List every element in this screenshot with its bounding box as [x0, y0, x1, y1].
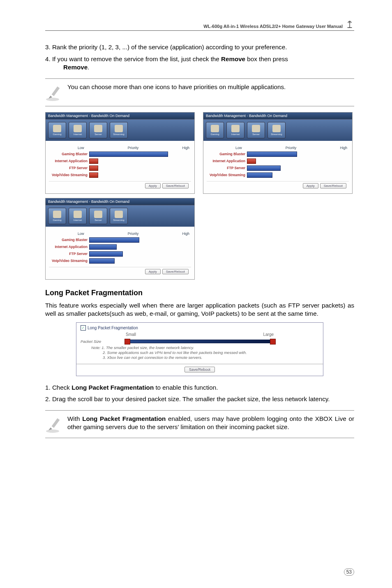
svg-point-2: [46, 98, 59, 101]
frag-note-2: 2. Some applications such as VPN tend to…: [91, 350, 319, 355]
packet-size-slider[interactable]: [126, 340, 274, 343]
strip-icon-game[interactable]: Gaming: [48, 122, 66, 138]
step4-e: .: [88, 64, 89, 71]
strip-icon-app[interactable]: Internet: [69, 122, 87, 138]
svg-point-5: [46, 430, 59, 433]
header-title: WL-600g All-in-1 Wireless ADSL2/2+ Home …: [203, 24, 343, 29]
icon-strip-2: Gaming Internet Server Streaming: [203, 119, 352, 141]
strip-icon-game[interactable]: Gaming: [206, 122, 224, 138]
bar-gaming[interactable]: [89, 237, 139, 243]
row-voip: VoIp/Video Streaming: [207, 173, 247, 177]
bar-app[interactable]: [89, 244, 117, 250]
page-number: 53: [344, 568, 354, 576]
note-box-2: With Long Packet Fragmentation enabled, …: [45, 410, 354, 438]
row-ftp: FTP Server: [207, 166, 247, 170]
prio-label: Priority: [128, 232, 138, 236]
strip-icon-voip[interactable]: Streaming: [267, 122, 286, 138]
frag-config-panel: ✓ Long Packet Fragmentation Small Large …: [76, 322, 323, 376]
strip-icon-ftp[interactable]: Server: [89, 208, 107, 224]
step4-c: box then press: [245, 55, 288, 62]
strip-icon-game[interactable]: Gaming: [48, 208, 66, 224]
step4-b: Remove: [221, 55, 245, 62]
bar-voip[interactable]: [89, 172, 98, 178]
packet-size-label: Packet Size: [81, 339, 126, 344]
row-voip: VoIp/Video Streaming: [49, 259, 89, 263]
config-panel-2: Bandwidth Management - Bandwidth On Dema…: [203, 112, 353, 194]
config-header-1: Bandwidth Management - Bandwidth On Dema…: [46, 113, 194, 119]
bar-app[interactable]: [89, 158, 98, 164]
high-label: High: [182, 232, 189, 236]
large-label: Large: [263, 332, 274, 337]
s1-b: Long Packet Fragmentation: [71, 384, 154, 391]
slider-thumb-right[interactable]: [270, 339, 276, 345]
save-reboot-button[interactable]: Save/Reboot: [184, 367, 215, 372]
config-panel-3: Bandwidth Management - Bandwidth On Dema…: [45, 198, 195, 280]
note-box-1: You can choose more than one icons to ha…: [45, 78, 354, 106]
s1-a: 1. Check: [45, 384, 71, 391]
row-app: Internet Application: [207, 159, 247, 163]
note1-text: You can choose more than one icons to ha…: [67, 83, 286, 92]
pencil-note-icon: [45, 416, 63, 434]
bar-gaming[interactable]: [89, 152, 168, 157]
low-label: Low: [78, 146, 84, 150]
bar-ftp[interactable]: [89, 251, 123, 257]
bar-ftp[interactable]: [89, 165, 98, 171]
row-gaming: Gaming Blaster: [49, 152, 89, 156]
svg-rect-6: [52, 418, 60, 428]
note2-text: With Long Packet Fragmentation enabled, …: [67, 415, 354, 432]
config-header-3: Bandwidth Management - Bandwidth On Dema…: [46, 198, 194, 205]
prio-label: Priority: [286, 146, 296, 150]
frag-para: This feature works especially well when …: [45, 301, 354, 318]
config-panel-1: Bandwidth Management - Bandwidth On Dema…: [45, 112, 195, 194]
high-label: High: [182, 146, 189, 150]
s1-c: to enable this function.: [154, 384, 218, 391]
icon-strip-3: Gaming Internet Server Streaming: [46, 205, 194, 227]
row-gaming: Gaming Blaster: [49, 238, 89, 242]
strip-icon-app[interactable]: Internet: [69, 208, 87, 224]
prio-label: Priority: [128, 146, 138, 150]
row-voip: VoIp/Video Streaming: [49, 173, 89, 177]
svg-rect-3: [52, 86, 60, 96]
low-label: Low: [78, 232, 84, 236]
save-button[interactable]: Save/Reboot: [162, 183, 189, 188]
antenna-icon: [345, 20, 354, 29]
config-header-2: Bandwidth Management - Bandwidth On Dema…: [203, 113, 352, 119]
save-button[interactable]: Save/Reboot: [320, 183, 346, 188]
icon-strip-1: Gaming Internet Server Streaming: [46, 119, 194, 141]
strip-icon-voip[interactable]: Streaming: [110, 208, 128, 224]
slider-thumb-left[interactable]: [125, 339, 130, 345]
step4: 4. If you want to remove the service fro…: [45, 55, 354, 72]
note2-a: With: [67, 415, 82, 422]
apply-button[interactable]: Apply: [303, 183, 318, 188]
frag-note-1: Note: 1. The smaller packet size, the lo…: [91, 345, 319, 350]
strip-icon-ftp[interactable]: Server: [89, 122, 107, 138]
bar-voip[interactable]: [89, 258, 115, 264]
strip-icon-app[interactable]: Internet: [226, 122, 244, 138]
small-label: Small: [126, 332, 136, 337]
page-header: WL-600g All-in-1 Wireless ADSL2/2+ Home …: [45, 20, 354, 31]
apply-button[interactable]: Apply: [145, 183, 161, 188]
frag-note-3: 3. Xbox live can not get connection to t…: [91, 355, 319, 360]
enable-step-2: 2. Drag the scroll bar to your desired p…: [45, 395, 354, 404]
apply-button[interactable]: Apply: [145, 269, 161, 274]
row-ftp: FTP Server: [49, 252, 89, 256]
row-ftp: FTP Server: [49, 166, 89, 170]
bar-voip[interactable]: [247, 172, 272, 178]
note2-b: Long Packet Fragmentation: [82, 415, 166, 422]
bar-ftp[interactable]: [247, 165, 281, 171]
frag-title: Long Packet Fragmentation: [88, 326, 138, 330]
bar-gaming[interactable]: [247, 152, 297, 157]
row-app: Internet Application: [49, 245, 89, 249]
low-label: Low: [235, 146, 242, 150]
strip-icon-ftp[interactable]: Server: [247, 122, 265, 138]
heading-fragmentation: Long Packet Fragmentation: [45, 289, 354, 297]
strip-icon-voip[interactable]: Streaming: [110, 122, 128, 138]
frag-checkbox[interactable]: ✓: [81, 325, 86, 331]
bar-app[interactable]: [247, 158, 256, 164]
step4-a: 4. If you want to remove the service fro…: [45, 55, 221, 62]
enable-step-1: 1. Check Long Packet Fragmentation to en…: [45, 384, 354, 392]
step4-d: Remove: [63, 64, 88, 71]
step3: 3. Rank the priority (1, 2, 3, ...) of t…: [45, 43, 354, 52]
pencil-note-icon: [45, 84, 63, 102]
save-button[interactable]: Save/Reboot: [162, 269, 189, 274]
